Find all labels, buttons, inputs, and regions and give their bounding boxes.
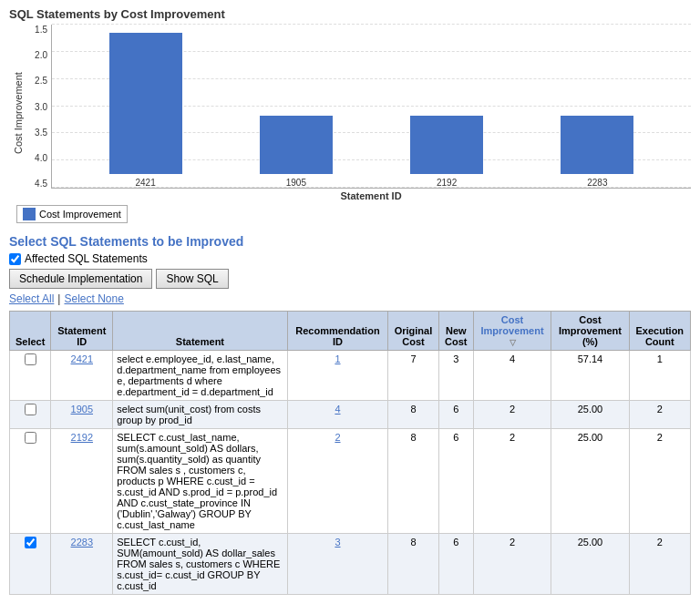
- col-header-stmt-id: Statement ID: [51, 312, 113, 351]
- cell-select: [10, 401, 51, 429]
- legend-label: Cost Improvement: [39, 209, 121, 220]
- chart-with-axes: 4.5 4.0 3.5 3.0 2.5 2.0 1.5: [26, 25, 691, 201]
- cell-exec-count: 1: [629, 351, 690, 401]
- row-checkbox-2283[interactable]: [25, 537, 36, 548]
- table-row: 2421select e.employee_id, e.last_name, d…: [10, 351, 691, 401]
- col-header-cost-impr: Cost Improvement ▽: [473, 312, 551, 351]
- cell-statement: SELECT c.cust_last_name, sum(s.amount_so…: [113, 429, 287, 534]
- cell-stmt-id: 2421: [51, 351, 113, 401]
- sort-arrow-icon: ▽: [510, 338, 516, 347]
- bar-label-2283: 2283: [587, 178, 607, 188]
- bar-2192: [410, 116, 483, 174]
- cell-cost-impr: 2: [473, 429, 551, 534]
- cell-statement: select sum(unit_cost) from costs group b…: [113, 401, 287, 429]
- cell-cost-impr: 2: [473, 401, 551, 429]
- col-header-exec-count: Execution Count: [629, 312, 690, 351]
- cell-exec-count: 2: [629, 401, 690, 429]
- legend-item: Cost Improvement: [16, 205, 128, 223]
- stmt-id-link[interactable]: 2421: [71, 353, 93, 364]
- col-header-new-cost: New Cost: [438, 312, 473, 351]
- col-header-rec-id: Recommendation ID: [287, 312, 388, 351]
- cell-select: [10, 351, 51, 401]
- col-header-orig-cost: Original Cost: [388, 312, 438, 351]
- chart-section: SQL Statements by Cost Improvement Cost …: [0, 0, 700, 230]
- table-row: 2192SELECT c.cust_last_name, sum(s.amoun…: [10, 429, 691, 534]
- cell-exec-count: 2: [629, 429, 690, 534]
- cell-select: [10, 534, 51, 595]
- cell-stmt-id: 2283: [51, 534, 113, 595]
- rec-id-link[interactable]: 2: [335, 432, 340, 443]
- main-container: SQL Statements by Cost Improvement Cost …: [0, 0, 700, 604]
- cell-cost-impr: 2: [473, 534, 551, 595]
- table-body: 2421select e.employee_id, e.last_name, d…: [10, 351, 691, 595]
- bar-group-2192: 2192: [410, 116, 483, 188]
- cell-orig-cost: 7: [388, 351, 438, 401]
- bar-label-1905: 1905: [286, 178, 306, 188]
- bar-2283: [561, 116, 633, 174]
- row-checkbox-2421[interactable]: [25, 353, 36, 365]
- cell-orig-cost: 8: [388, 401, 438, 429]
- y-axis-label: Cost Improvement: [9, 25, 26, 201]
- schedule-implementation-button[interactable]: Schedule Implementation: [9, 269, 152, 289]
- cell-cost-impr-pct: 25.00: [551, 534, 629, 595]
- bar-2421: [109, 33, 182, 174]
- cell-new-cost: 3: [438, 351, 473, 401]
- select-title: Select SQL Statements to be Improved: [9, 234, 691, 249]
- cell-cost-impr-pct: 25.00: [551, 429, 629, 534]
- table-container: Select Statement ID Statement Recommenda…: [0, 311, 700, 595]
- bar-label-2192: 2192: [437, 178, 457, 188]
- col-header-statement: Statement: [113, 312, 287, 351]
- rec-id-link[interactable]: 3: [335, 537, 340, 548]
- cell-rec-id: 4: [287, 401, 388, 429]
- rec-id-link[interactable]: 4: [335, 404, 340, 415]
- bar-group-2283: 2283: [561, 116, 633, 188]
- legend-area: Cost Improvement: [9, 201, 691, 227]
- row-checkbox-1905[interactable]: [25, 404, 36, 415]
- select-all-link[interactable]: Select All: [9, 292, 54, 305]
- col-header-cost-impr-pct: Cost Improvement (%): [551, 312, 629, 351]
- cell-select: [10, 429, 51, 534]
- chart-area: Cost Improvement 4.5 4.0 3.5 3.0 2.5 2.0…: [9, 25, 691, 201]
- table-row: 2283SELECT c.cust_id, SUM(amount_sold) A…: [10, 534, 691, 595]
- chart-plot: 2421 1905 2192: [51, 25, 691, 189]
- legend-color: [23, 208, 36, 220]
- bar-label-2421: 2421: [136, 178, 156, 188]
- cell-cost-impr: 4: [473, 351, 551, 401]
- rec-id-link[interactable]: 1: [335, 353, 340, 364]
- buttons-row: Schedule Implementation Show SQL: [9, 269, 691, 289]
- affected-sql-label: Affected SQL Statements: [25, 252, 148, 265]
- cell-rec-id: 1: [287, 351, 388, 401]
- bar-group: 2421: [109, 33, 182, 188]
- stmt-id-link[interactable]: 2283: [71, 537, 93, 548]
- cell-stmt-id: 2192: [51, 429, 113, 534]
- links-row: Select All | Select None: [9, 292, 691, 305]
- cell-orig-cost: 8: [388, 429, 438, 534]
- cell-exec-count: 2: [629, 534, 690, 595]
- table-header-row: Select Statement ID Statement Recommenda…: [10, 312, 691, 351]
- affected-sql-checkbox[interactable]: [9, 253, 21, 265]
- cell-new-cost: 6: [438, 534, 473, 595]
- link-separator: |: [57, 292, 60, 305]
- stmt-id-link[interactable]: 1905: [71, 404, 93, 415]
- cell-statement: SELECT c.cust_id, SUM(amount_sold) AS do…: [113, 534, 287, 595]
- select-section: Select SQL Statements to be Improved Aff…: [0, 230, 700, 305]
- bar-1905: [260, 116, 333, 174]
- cell-orig-cost: 8: [388, 534, 438, 595]
- select-none-link[interactable]: Select None: [64, 292, 123, 305]
- col-header-select: Select: [10, 312, 51, 351]
- bars-container: 2421 1905 2192: [52, 25, 691, 188]
- cell-new-cost: 6: [438, 429, 473, 534]
- show-sql-button[interactable]: Show SQL: [156, 269, 228, 289]
- table-row: 1905select sum(unit_cost) from costs gro…: [10, 401, 691, 429]
- cell-cost-impr-pct: 57.14: [551, 351, 629, 401]
- row-checkbox-2192[interactable]: [25, 432, 36, 444]
- cell-rec-id: 2: [287, 429, 388, 534]
- cell-new-cost: 6: [438, 401, 473, 429]
- stmt-id-link[interactable]: 2192: [71, 432, 93, 443]
- cell-stmt-id: 1905: [51, 401, 113, 429]
- cell-rec-id: 3: [287, 534, 388, 595]
- x-axis-title: Statement ID: [51, 190, 691, 201]
- y-axis-ticks: 4.5 4.0 3.5 3.0 2.5 2.0 1.5: [26, 25, 51, 189]
- checkbox-row: Affected SQL Statements: [9, 252, 691, 265]
- cell-statement: select e.employee_id, e.last_name, d.dep…: [113, 351, 287, 401]
